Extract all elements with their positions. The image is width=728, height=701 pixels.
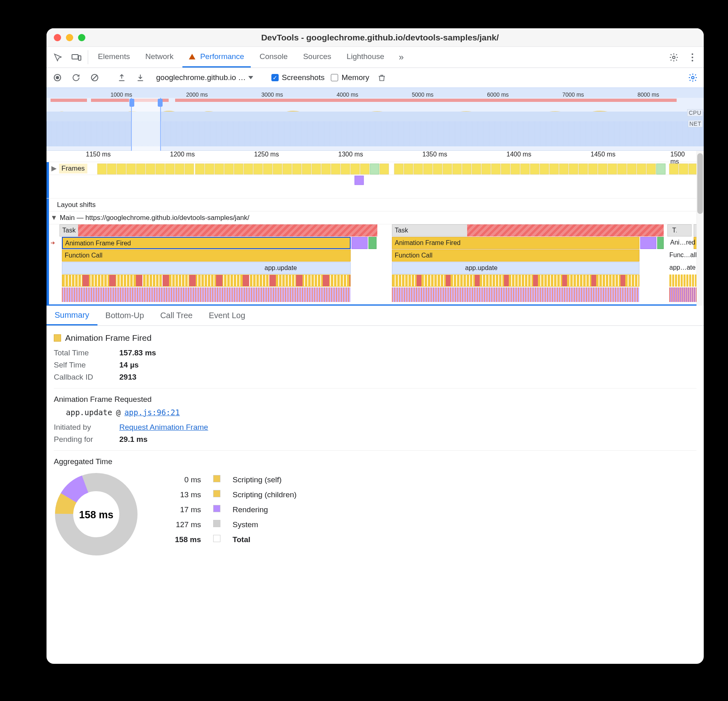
overview-pane[interactable]: 1000 ms 2000 ms 3000 ms 4000 ms 5000 ms … <box>47 88 704 151</box>
tab-console[interactable]: Console <box>253 47 294 68</box>
callback-id-label: Callback ID <box>54 373 110 382</box>
selection-handle-right[interactable] <box>158 99 163 107</box>
source-link[interactable]: app.js:96:21 <box>124 408 180 417</box>
svg-rect-0 <box>72 55 78 59</box>
function-call-block[interactable]: Function Call <box>62 249 351 262</box>
capture-settings-icon[interactable] <box>687 72 699 84</box>
tab-performance[interactable]: Performance <box>182 47 251 68</box>
record-icon[interactable] <box>51 72 63 84</box>
swatch-icon <box>213 520 220 527</box>
warning-icon <box>189 54 195 59</box>
frames-row[interactable]: ▶ Frames <box>47 162 704 175</box>
overview-selection[interactable] <box>131 98 161 151</box>
app-update-block[interactable]: app.update <box>62 262 351 274</box>
truncated-label: Func…all <box>669 251 697 259</box>
tab-performance-label: Performance <box>200 52 244 61</box>
chevron-down-icon <box>248 76 253 79</box>
flamegraph-pane[interactable]: 1150 ms 1200 ms 1250 ms 1300 ms 1350 ms … <box>47 151 704 306</box>
micro-bars <box>62 287 351 302</box>
main-thread-header[interactable]: ▼ Main — https://googlechrome.github.io/… <box>47 211 704 224</box>
micro-bars <box>392 274 639 287</box>
animation-frame-fired-block[interactable]: Animation Frame Fired <box>62 237 351 249</box>
play-icon: ▶ <box>51 164 57 173</box>
minimize-icon[interactable] <box>66 34 73 41</box>
legend-row: 0 msScripting (self) <box>162 473 302 487</box>
summary-panel: Animation Frame Fired Total Time157.83 m… <box>47 326 704 562</box>
section-header: Animation Frame Requested <box>54 395 696 404</box>
overview-ruler: 1000 ms 2000 ms 3000 ms 4000 ms 5000 ms … <box>47 88 704 98</box>
tab-network[interactable]: Network <box>139 47 180 68</box>
main-thread-label: Main — https://googlechrome.github.io/de… <box>60 214 250 222</box>
layout-shifts-label: Layout shifts <box>57 201 95 209</box>
svg-line-6 <box>92 75 97 80</box>
ruler-tick: 1500 ms <box>671 151 693 165</box>
download-icon[interactable] <box>134 72 146 84</box>
ruler-tick: 1150 ms <box>86 151 110 158</box>
function-call-block[interactable]: Function Call <box>392 249 639 262</box>
overview-body: CPU NET <box>47 98 704 151</box>
ruler-tick: 4000 ms <box>336 91 358 98</box>
tab-elements[interactable]: Elements <box>91 47 136 68</box>
truncated-label: app…ate <box>669 264 696 271</box>
swatch-icon <box>213 475 220 482</box>
legend-row: 17 msRendering <box>162 503 302 517</box>
scroll-thumb[interactable] <box>697 153 703 214</box>
svg-rect-1 <box>78 56 81 60</box>
svg-point-4 <box>56 76 59 79</box>
svg-point-2 <box>673 56 675 59</box>
legend-row: 127 msSystem <box>162 517 302 532</box>
legend-row: 158 msTotal <box>162 532 302 547</box>
micro-bars <box>62 274 351 287</box>
callback-id-value: 2913 <box>119 373 136 382</box>
net-tag: NET <box>688 120 703 127</box>
upload-icon[interactable] <box>116 72 128 84</box>
ruler-tick: 8000 ms <box>637 91 659 98</box>
tab-lighthouse[interactable]: Lighthouse <box>340 47 391 68</box>
aggregated-legend: 0 msScripting (self) 13 msScripting (chi… <box>161 472 303 547</box>
window-controls <box>51 34 85 41</box>
clear-icon[interactable] <box>89 72 101 84</box>
render-block[interactable] <box>351 237 368 249</box>
render-block[interactable] <box>640 237 656 249</box>
ruler-tick: 1300 ms <box>338 151 363 158</box>
more-tabs-icon[interactable]: » <box>393 47 409 68</box>
callsite: app.update @ app.js:96:21 <box>54 408 696 417</box>
paint-block[interactable] <box>368 237 377 249</box>
ruler-tick: 5000 ms <box>412 91 434 98</box>
tab-sources[interactable]: Sources <box>296 47 338 68</box>
ruler-tick: 1000 ms <box>110 91 132 98</box>
paint-block[interactable] <box>657 237 664 249</box>
settings-icon[interactable] <box>666 47 682 68</box>
maximize-icon[interactable] <box>78 34 85 41</box>
inspect-icon[interactable] <box>50 47 66 68</box>
history-dropdown[interactable]: googlechrome.github.io … <box>153 72 256 83</box>
close-icon[interactable] <box>54 34 61 41</box>
screenshots-label: Screenshots <box>282 73 325 82</box>
panel-tabs: Elements Network Performance Console Sou… <box>47 47 704 68</box>
initiated-by-link[interactable]: Request Animation Frame <box>119 423 208 432</box>
task-block[interactable] <box>667 224 692 236</box>
garbage-collect-icon[interactable] <box>376 72 388 84</box>
history-url: googlechrome.github.io … <box>156 73 246 82</box>
app-update-block[interactable]: app.update <box>392 262 639 274</box>
total-time-value: 157.83 ms <box>119 348 156 357</box>
device-icon[interactable] <box>68 47 85 68</box>
window-title: DevTools - googlechrome.github.io/devtoo… <box>90 33 670 42</box>
ruler-tick: 3000 ms <box>261 91 283 98</box>
ruler-tick: 1450 ms <box>590 151 615 158</box>
titlebar: DevTools - googlechrome.github.io/devtoo… <box>47 28 704 47</box>
screenshots-checkbox[interactable]: ✓ Screenshots <box>271 73 325 82</box>
layout-shifts-row[interactable]: Layout shifts <box>47 198 704 211</box>
legend-row: 13 msScripting (children) <box>162 488 302 502</box>
animation-frame-fired-block[interactable]: Animation Frame Fired <box>392 237 639 249</box>
self-time-value: 14 µs <box>119 361 139 370</box>
checkbox-off-icon <box>331 74 338 81</box>
color-swatch-icon <box>54 334 61 342</box>
selection-handle-left[interactable] <box>129 99 134 107</box>
initiated-by-label: Initiated by <box>54 423 110 432</box>
donut-total: 158 ms <box>79 509 114 520</box>
scrollbar[interactable] <box>696 151 704 306</box>
reload-icon[interactable] <box>70 72 82 84</box>
kebab-icon[interactable] <box>684 47 700 68</box>
memory-checkbox[interactable]: Memory <box>331 73 369 82</box>
